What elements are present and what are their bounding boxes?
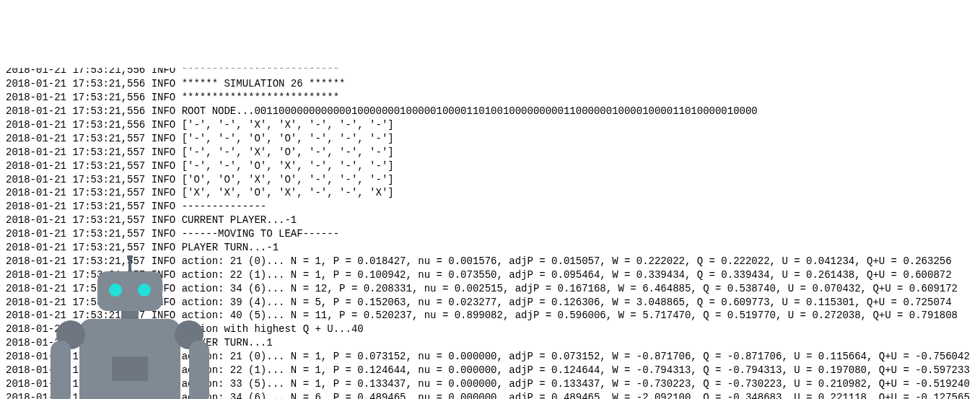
log-line: 2018-01-21 17:53:21,557 INFO ['-', '-', … — [6, 146, 970, 159]
log-line: 2018-01-21 17:53:21,557 INFO ------MOVIN… — [6, 227, 970, 241]
log-line: 2018-01-21 17:53:21,557 INFO action: 22 … — [6, 364, 970, 377]
log-line: 2018-01-21 17:53:21,557 INFO action: 40 … — [6, 309, 970, 323]
log-line: 2018-01-21 17:53:21,557 INFO ['-', '-', … — [6, 159, 970, 173]
screenshot-viewport: 2018-01-21 17:53:21,556 INFO ***********… — [0, 68, 980, 399]
log-line: 2018-01-21 17:53:21,557 INFO action: 22 … — [6, 268, 970, 282]
log-line: 2018-01-21 17:53:21,557 INFO PLAYER TURN… — [6, 241, 970, 255]
log-line: 2018-01-21 17:53:21,557 INFO ['O', 'O', … — [6, 173, 970, 187]
log-line: 2018-01-21 17:53:21,557 INFO ['-', '-', … — [6, 132, 970, 146]
log-line: 2018-01-21 17:53:21,557 INFO action: 34 … — [6, 282, 970, 296]
log-line: 2018-01-21 17:53:21,557 INFO -----------… — [6, 200, 970, 214]
log-line: 2018-01-21 17:53:21,557 INFO action: 21 … — [6, 350, 970, 364]
log-line: 2018-01-21 17:53:21,557 INFO action: 33 … — [6, 377, 970, 391]
log-line: 2018-01-21 17:53:21,557 INFO action with… — [6, 323, 970, 336]
log-line: 2018-01-21 17:53:21,556 INFO ***********… — [6, 91, 970, 105]
log-line: 2018-01-21 17:53:21,557 INFO action: 39 … — [6, 296, 970, 310]
log-line: 2018-01-21 17:53:21,556 INFO ROOT NODE..… — [6, 105, 970, 118]
log-line: 2018-01-21 17:53:21,556 INFO ****** SIMU… — [6, 77, 970, 91]
log-line: 2018-01-21 17:53:21,557 INFO action: 21 … — [6, 255, 970, 268]
log-output: 2018-01-21 17:53:21,556 INFO ***********… — [6, 68, 970, 399]
log-line: 2018-01-21 17:53:21,556 INFO ***********… — [6, 68, 970, 77]
log-line: 2018-01-21 17:53:21,557 INFO CURRENT PLA… — [6, 214, 970, 227]
log-line: 2018-01-21 17:53:21,557 INFO PLAYER TURN… — [6, 336, 970, 350]
log-line: 2018-01-21 17:53:21,557 INFO action: 34 … — [6, 391, 970, 399]
log-line: 2018-01-21 17:53:21,557 INFO ['X', 'X', … — [6, 186, 970, 200]
log-line: 2018-01-21 17:53:21,556 INFO ['-', '-', … — [6, 118, 970, 132]
